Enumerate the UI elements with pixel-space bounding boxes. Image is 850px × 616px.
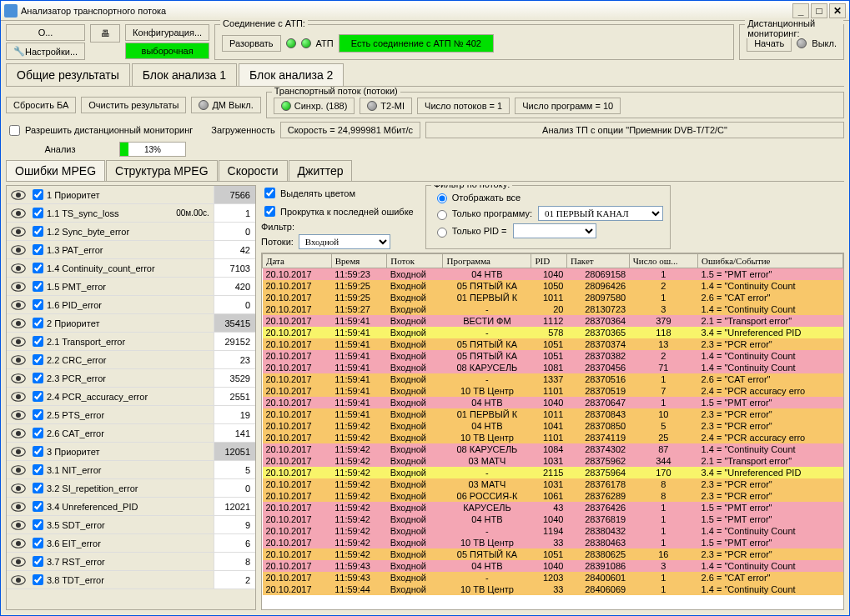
close-button[interactable]: ✕ [829, 3, 846, 18]
error-checkbox[interactable] [33, 538, 43, 548]
eye-icon[interactable] [7, 538, 30, 548]
error-row[interactable]: 3.2 SI_repetition_error0 [7, 479, 255, 498]
eye-icon[interactable] [7, 282, 30, 292]
log-row[interactable]: 20.10.201711:59:41Входной04 НТВ104028370… [263, 397, 843, 408]
error-checkbox[interactable] [33, 391, 43, 402]
eye-icon[interactable] [7, 557, 30, 567]
log-row[interactable]: 20.10.201711:59:42Входной03 МАТЧ10312837… [263, 478, 843, 490]
log-row[interactable]: 20.10.201711:59:41Входной05 ПЯТЫЙ КА1051… [263, 350, 843, 362]
log-row[interactable]: 20.10.201711:59:42Входной10 ТВ Центр1101… [263, 432, 843, 443]
eye-icon[interactable] [7, 502, 30, 512]
log-row[interactable]: 20.10.201711:59:41Входной05 ПЯТЫЙ КА1051… [263, 338, 843, 350]
error-row[interactable]: 1.2 Sync_byte_error0 [7, 223, 255, 241]
log-row[interactable]: 20.10.201711:59:41Входной-57828370365118… [263, 327, 843, 338]
log-row[interactable]: 20.10.201711:59:42ВходнойКАРУСЕЛЬ4328376… [263, 502, 843, 513]
main-tab-2[interactable]: Блок анализа 2 [239, 63, 344, 86]
log-row[interactable]: 20.10.201711:59:27Входной-202813072331.4… [263, 303, 843, 315]
eye-icon[interactable] [7, 392, 30, 402]
eye-icon[interactable] [7, 447, 30, 457]
log-column-header[interactable]: Дата [263, 254, 332, 268]
t2mi-button[interactable]: T2-MI [360, 98, 412, 114]
log-row[interactable]: 20.10.201711:59:41Входной10 ТВ Центр1101… [263, 385, 843, 397]
eye-icon[interactable] [7, 465, 30, 475]
pid-select[interactable] [513, 223, 596, 238]
clear-results-button[interactable]: Очистить результаты [81, 97, 186, 113]
sub-tab-3[interactable]: Джиттер [289, 160, 353, 181]
log-column-header[interactable]: Число ош... [629, 254, 697, 268]
eye-icon[interactable] [7, 373, 30, 383]
log-column-header[interactable]: Поток [387, 254, 443, 268]
program-select[interactable]: 01 ПЕРВЫЙ КАНАЛ [538, 206, 663, 221]
error-row[interactable]: 1.3 PAT_error42 [7, 241, 255, 259]
only-pid-radio[interactable]: Только PID = [433, 223, 663, 238]
minimize-button[interactable]: _ [792, 3, 809, 18]
error-row[interactable]: 3.4 Unreferenced_PID12021 [7, 498, 255, 516]
main-tab-1[interactable]: Блок анализа 1 [132, 63, 237, 86]
reset-ba-button[interactable]: Сбросить БА [6, 97, 76, 113]
error-row[interactable]: 3.8 TDT_error2 [7, 571, 255, 589]
error-checkbox[interactable] [33, 373, 43, 383]
log-row[interactable]: 20.10.201711:59:41Входной-13372837051612… [263, 373, 843, 385]
eye-icon[interactable] [7, 575, 30, 585]
scroll-checkbox[interactable]: Прокрутка к последней ошибке [261, 203, 414, 219]
error-row[interactable]: 1.4 Continuity_count_error7103 [7, 259, 255, 278]
sub-tab-2[interactable]: Скорости [219, 160, 288, 181]
eye-icon[interactable] [7, 520, 30, 530]
log-row[interactable]: 20.10.201711:59:42Входной04 НТВ104128370… [263, 420, 843, 432]
error-row[interactable]: 3.5 SDT_error9 [7, 516, 255, 534]
log-row[interactable]: 20.10.201711:59:41Входной01 ПЕРВЫЙ К1011… [263, 408, 843, 420]
log-row[interactable]: 20.10.201711:59:42Входной-11942838043211… [263, 525, 843, 537]
only-program-radio[interactable]: Только программу:01 ПЕРВЫЙ КАНАЛ [433, 206, 663, 221]
eye-icon[interactable] [7, 300, 30, 310]
print-button[interactable]: 🖶 [90, 24, 120, 43]
error-checkbox[interactable] [33, 428, 43, 438]
log-row[interactable]: 20.10.201711:59:42Входной04 НТВ104028376… [263, 513, 843, 525]
log-row[interactable]: 20.10.201711:59:42Входной03 МАТЧ10312837… [263, 455, 843, 467]
log-row[interactable]: 20.10.201711:59:43Входной-12032840060112… [263, 572, 843, 583]
eye-icon[interactable] [7, 337, 30, 347]
highlight-checkbox[interactable]: Выделять цветом [261, 185, 414, 201]
sync-button[interactable]: Синхр. (188) [274, 98, 355, 114]
allow-remote-checkbox[interactable]: Разрешить дистанционный мониторинг [6, 123, 193, 138]
eye-icon[interactable] [7, 483, 30, 493]
error-checkbox[interactable] [33, 263, 43, 273]
log-row[interactable]: 20.10.201711:59:25Входной01 ПЕРВЫЙ К1011… [263, 292, 843, 303]
log-column-header[interactable]: PID [531, 254, 567, 268]
eye-icon[interactable] [7, 318, 30, 328]
error-checkbox[interactable] [33, 281, 43, 292]
log-row[interactable]: 20.10.201711:59:43Входной04 НТВ104028391… [263, 560, 843, 572]
error-row[interactable]: 3 Приоритет12051 [7, 443, 255, 461]
disconnect-button[interactable]: Разорвать [222, 35, 281, 52]
settings-button[interactable]: 🔧 Настройки... [6, 43, 85, 60]
error-checkbox[interactable] [33, 208, 43, 218]
log-row[interactable]: 20.10.201711:59:42Входной08 КАРУСЕЛЬ1084… [263, 443, 843, 455]
error-row[interactable]: 1.5 PMT_error420 [7, 278, 255, 296]
stream-select[interactable]: Входной [299, 234, 390, 249]
config-button[interactable]: Конфигурация... [125, 24, 209, 41]
eye-icon[interactable] [7, 263, 30, 273]
error-checkbox[interactable] [33, 354, 43, 365]
eye-icon[interactable] [7, 355, 30, 365]
log-column-header[interactable]: Ошибка/Событие [698, 254, 843, 268]
log-row[interactable]: 20.10.201711:59:41ВходнойВЕСТИ ФМ1112283… [263, 315, 843, 327]
error-row[interactable]: 1 Приоритет7566 [7, 186, 255, 204]
log-row[interactable]: 20.10.201711:59:25Входной05 ПЯТЫЙ КА1050… [263, 280, 843, 292]
eye-icon[interactable] [7, 245, 30, 255]
eye-icon[interactable] [7, 208, 30, 218]
error-row[interactable]: 2.5 PTS_error19 [7, 406, 255, 424]
eye-icon[interactable] [7, 190, 30, 200]
log-row[interactable]: 20.10.201711:59:42Входной06 РОССИЯ-К1061… [263, 490, 843, 502]
maximize-button[interactable]: □ [811, 3, 827, 18]
error-checkbox[interactable] [33, 519, 43, 530]
log-column-header[interactable]: Время [331, 254, 387, 268]
error-row[interactable]: 2.2 CRC_error23 [7, 351, 255, 369]
log-row[interactable]: 20.10.201711:59:44Входной10 ТВ Центр3328… [263, 583, 843, 595]
error-checkbox[interactable] [33, 226, 43, 237]
sub-tab-0[interactable]: Ошибки MPEG [6, 160, 105, 181]
error-checkbox[interactable] [33, 409, 43, 420]
eye-icon[interactable] [7, 227, 30, 237]
error-checkbox[interactable] [33, 464, 43, 475]
log-row[interactable]: 20.10.201711:59:42Входной10 ТВ Центр3328… [263, 537, 843, 548]
error-row[interactable]: 2 Приоритет35415 [7, 314, 255, 333]
error-row[interactable]: 2.3 PCR_error3529 [7, 369, 255, 388]
